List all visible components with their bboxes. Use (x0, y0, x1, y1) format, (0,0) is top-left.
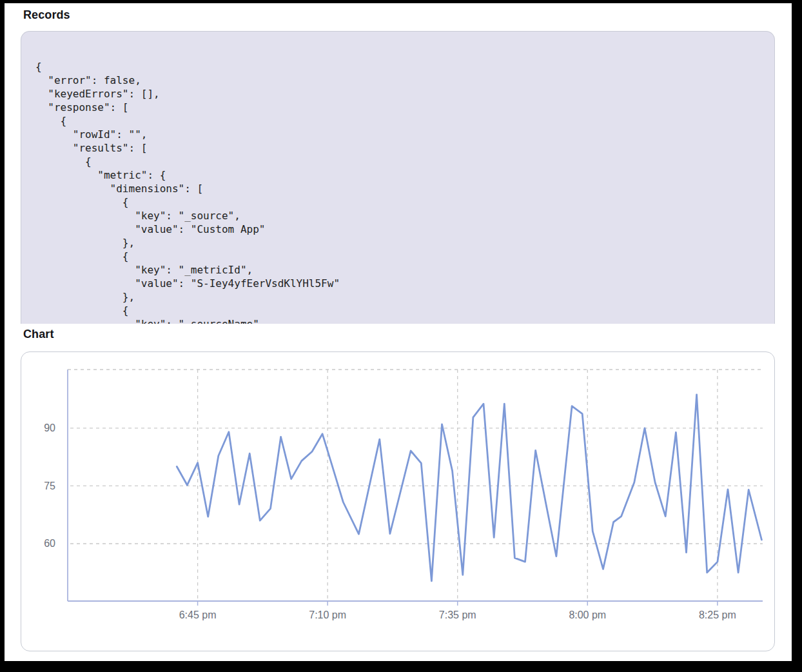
x-tick-label: 8:00 pm (569, 609, 606, 620)
chart-heading: Chart (23, 328, 54, 341)
x-tick-label: 8:25 pm (699, 609, 736, 620)
y-tick-label: 75 (44, 480, 55, 491)
x-tick-label: 7:35 pm (439, 609, 476, 620)
records-json-code[interactable]: { "error": false, "keyedErrors": [], "re… (21, 32, 774, 324)
metrics-results-page: Records { "error": false, "keyedErrors":… (5, 3, 792, 661)
series-line (177, 395, 761, 581)
records-card[interactable]: { "error": false, "keyedErrors": [], "re… (21, 31, 775, 324)
y-tick-label: 60 (44, 538, 55, 549)
x-tick-label: 6:45 pm (179, 609, 217, 620)
line-chart: 6075906:45 pm7:10 pm7:35 pm8:00 pm8:25 p… (21, 352, 774, 651)
y-tick-label: 90 (44, 422, 55, 433)
screenshot-frame: { "sections": { "records": { "title": "R… (0, 0, 802, 672)
x-tick-label: 7:10 pm (309, 609, 346, 620)
records-heading: Records (23, 8, 70, 22)
chart-card: 6075906:45 pm7:10 pm7:35 pm8:00 pm8:25 p… (21, 351, 775, 651)
